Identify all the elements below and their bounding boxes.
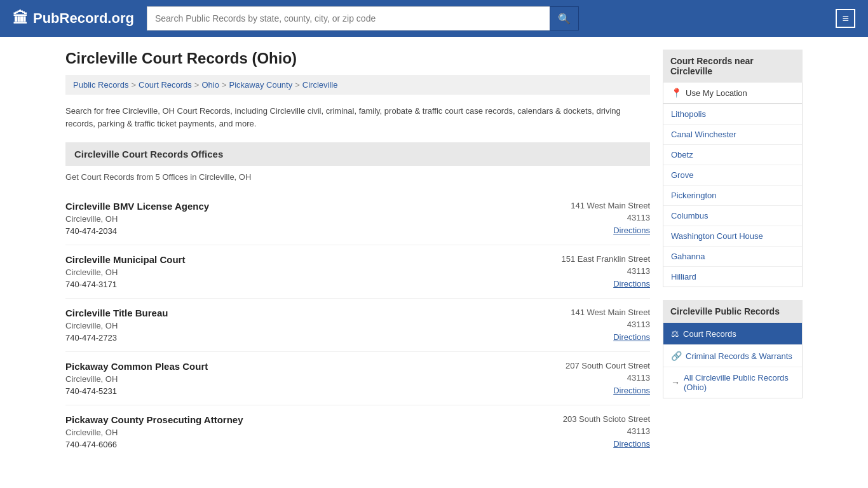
use-location-label: Use My Location [686,88,747,98]
logo-text: PubRecord.org [33,10,134,27]
nearby-places-list: LithopolisCanal WinchesterObetzGrovePick… [663,104,803,287]
office-zip: 43113 [523,266,650,276]
directions-link[interactable]: Directions [613,386,650,395]
nearby-place-link[interactable]: Pickerington [671,191,717,200]
search-input[interactable] [147,6,550,30]
office-phone: 740-474-5231 [65,386,208,396]
logo-icon: 🏛 [13,10,28,27]
office-address: 207 South Court Street [523,361,650,370]
menu-button[interactable]: ≡ [836,9,855,28]
public-records-list: ⚖Court Records🔗Criminal Records & Warran… [663,323,803,398]
office-entry: Pickaway County Prosecuting Attorney Cir… [65,405,650,458]
nearby-place-link[interactable]: Canal Winchester [671,130,736,139]
nearby-place-item[interactable]: Washington Court House [663,226,802,247]
nearby-place-item[interactable]: Lithopolis [663,104,802,125]
nearby-place-item[interactable]: Obetz [663,145,802,165]
office-city: Circleville, OH [65,321,168,330]
directions-link[interactable]: Directions [613,332,650,342]
nearby-place-link[interactable]: Hilliard [671,272,696,281]
nearby-place-item[interactable]: Pickerington [663,186,802,206]
offices-section-header: Circleville Court Records Offices [65,142,650,166]
public-records-item[interactable]: →All Circleville Public Records (Ohio) [663,367,802,398]
breadcrumb-court-records[interactable]: Court Records [139,80,192,90]
office-right-2: 141 West Main Street 43113 Directions [523,308,650,342]
office-zip: 43113 [523,426,650,436]
public-records-item[interactable]: 🔗Criminal Records & Warrants [663,345,802,367]
public-records-icon: 🔗 [671,351,682,361]
breadcrumb-circleville[interactable]: Circleville [302,80,338,90]
breadcrumb: Public Records > Court Records > Ohio > … [65,75,650,95]
content-area: Circleville Court Records (Ohio) Public … [65,50,650,458]
office-name: Circleville Title Bureau [65,308,168,318]
office-right-1: 151 East Franklin Street 43113 Direction… [523,254,650,288]
offices-list: Circleville BMV License Agency Circlevil… [65,192,650,458]
use-location-item[interactable]: 📍 Use My Location [663,83,802,103]
office-left-0: Circleville BMV License Agency Circlevil… [65,201,209,236]
nearby-place-link[interactable]: Lithopolis [671,109,706,119]
office-address: 141 West Main Street [523,308,650,317]
office-name: Pickaway Common Pleas Court [65,361,208,372]
location-pin-icon: 📍 [671,88,682,98]
offices-subtitle: Get Court Records from 5 Offices in Circ… [65,172,650,182]
nearby-place-link[interactable]: Gahanna [671,252,705,261]
site-logo[interactable]: 🏛 PubRecord.org [13,10,134,27]
public-records-icon: → [671,377,680,388]
public-records-link[interactable]: All Circleville Public Records (Ohio) [684,373,794,392]
nearby-place-item[interactable]: Columbus [663,206,802,226]
office-right-0: 141 West Main Street 43113 Directions [523,201,650,235]
nearby-place-link[interactable]: Columbus [671,211,709,220]
breadcrumb-pickaway-county[interactable]: Pickaway County [229,80,293,90]
office-entry: Circleville BMV License Agency Circlevil… [65,192,650,245]
nearby-place-item[interactable]: Hilliard [663,267,802,287]
office-address: 151 East Franklin Street [523,254,650,264]
office-entry: Circleville Title Bureau Circleville, OH… [65,299,650,352]
office-city: Circleville, OH [65,374,208,384]
main-container: Circleville Court Records (Ohio) Public … [53,37,815,471]
nearby-place-item[interactable]: Gahanna [663,247,802,267]
nearby-place-link[interactable]: Washington Court House [671,231,763,241]
nearby-place-item[interactable]: Canal Winchester [663,125,802,145]
directions-link[interactable]: Directions [613,226,650,235]
nearby-place-link[interactable]: Grove [671,170,693,180]
directions-link[interactable]: Directions [613,279,650,288]
office-left-2: Circleville Title Bureau Circleville, OH… [65,308,168,342]
office-city: Circleville, OH [65,214,209,224]
site-header: 🏛 PubRecord.org 🔍 ≡ [0,0,868,37]
office-zip: 43113 [523,213,650,222]
nearby-section-title: Court Records near Circleville [663,50,803,83]
office-address: 203 South Scioto Street [523,414,650,424]
public-records-item[interactable]: ⚖Court Records [663,323,802,345]
office-name: Circleville BMV License Agency [65,201,209,212]
search-icon: 🔍 [558,13,571,24]
office-left-1: Circleville Municipal Court Circleville,… [65,254,185,289]
breadcrumb-ohio[interactable]: Ohio [201,80,219,90]
menu-icon: ≡ [842,12,849,25]
office-phone: 740-474-2723 [65,333,168,342]
nearby-list: 📍 Use My Location [663,83,803,104]
page-description: Search for free Circleville, OH Court Re… [65,105,650,130]
office-phone: 740-474-6066 [65,440,243,449]
sidebar: Court Records near Circleville 📍 Use My … [663,50,803,458]
public-records-label: Court Records [683,329,736,339]
office-right-4: 203 South Scioto Street 43113 Directions [523,414,650,449]
office-phone: 740-474-2034 [65,226,209,236]
office-left-4: Pickaway County Prosecuting Attorney Cir… [65,414,243,449]
nearby-place-item[interactable]: Grove [663,165,802,186]
office-phone: 740-474-3171 [65,280,185,289]
office-city: Circleville, OH [65,268,185,277]
office-right-3: 207 South Court Street 43113 Directions [523,361,650,395]
public-records-section-title: Circleville Public Records [663,300,803,323]
office-zip: 43113 [523,373,650,383]
directions-link[interactable]: Directions [613,439,650,449]
search-button[interactable]: 🔍 [550,6,579,30]
search-form: 🔍 [147,6,579,30]
nearby-place-link[interactable]: Obetz [671,150,693,159]
office-city: Circleville, OH [65,428,243,437]
breadcrumb-public-records[interactable]: Public Records [73,80,128,90]
office-zip: 43113 [523,320,650,329]
office-entry: Circleville Municipal Court Circleville,… [65,245,650,299]
office-name: Pickaway County Prosecuting Attorney [65,414,243,425]
office-left-3: Pickaway Common Pleas Court Circleville,… [65,361,208,396]
office-entry: Pickaway Common Pleas Court Circleville,… [65,352,650,405]
public-records-link[interactable]: Criminal Records & Warrants [686,351,792,361]
